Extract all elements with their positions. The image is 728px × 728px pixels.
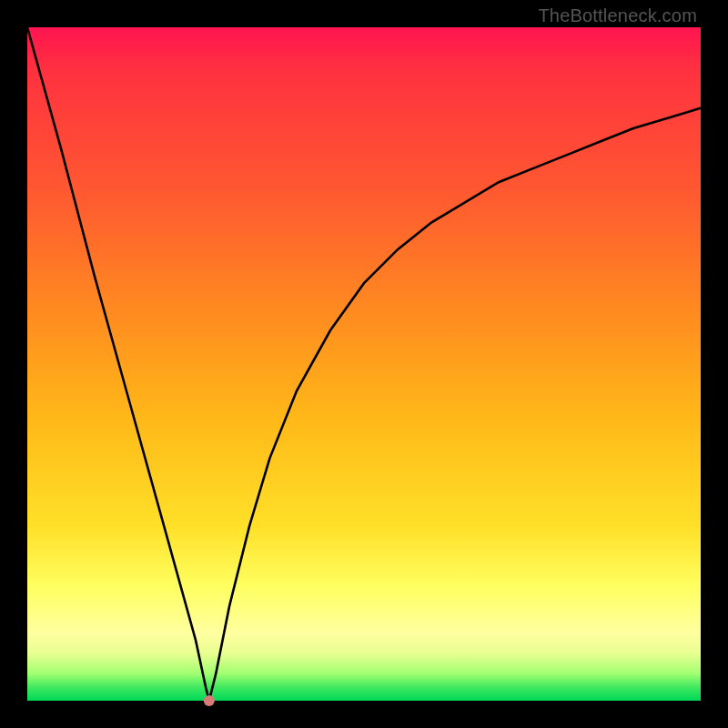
curve-right-branch bbox=[209, 108, 701, 701]
watermark-text: TheBottleneck.com bbox=[538, 5, 697, 26]
min-marker bbox=[204, 695, 215, 706]
page-frame: TheBottleneck.com bbox=[0, 0, 728, 728]
chart-svg bbox=[27, 27, 701, 701]
curve-left-branch bbox=[27, 27, 209, 701]
